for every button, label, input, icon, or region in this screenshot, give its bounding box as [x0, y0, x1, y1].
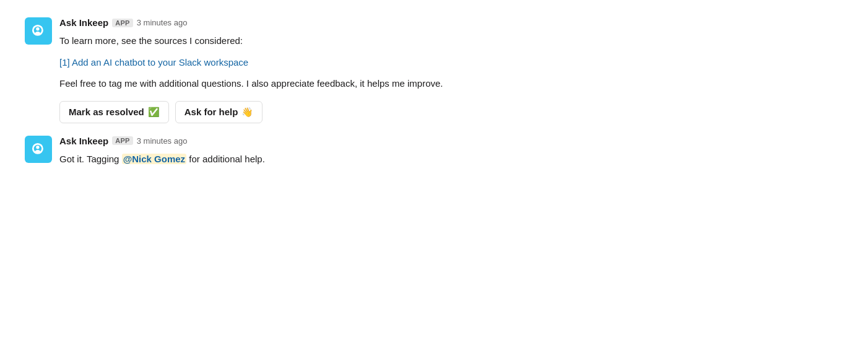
- checkmark-icon: ✅: [148, 107, 160, 118]
- avatar: [25, 17, 52, 45]
- action-buttons: Mark as resolved ✅ Ask for help 👋: [59, 101, 843, 123]
- mark-as-resolved-label: Mark as resolved: [69, 107, 144, 117]
- timestamp-2: 3 minutes ago: [137, 136, 188, 146]
- source-link[interactable]: [1] Add an AI chatbot to your Slack work…: [59, 57, 248, 68]
- sender-name: Ask Inkeep: [59, 17, 108, 28]
- sender-name-2: Ask Inkeep: [59, 136, 108, 146]
- message-item: Ask Inkeep APP 3 minutes ago To learn mo…: [12, 12, 856, 128]
- text-after-mention: for additional help.: [186, 154, 265, 164]
- message-followup-text: Feel free to tag me with additional ques…: [59, 77, 843, 91]
- app-badge-2: APP: [112, 136, 133, 145]
- ask-for-help-label: Ask for help: [184, 107, 238, 117]
- message-source: [1] Add an AI chatbot to your Slack work…: [59, 56, 843, 70]
- avatar-2: [25, 136, 52, 163]
- message-item-2: Ask Inkeep APP 3 minutes ago Got it. Tag…: [12, 131, 856, 174]
- text-before-mention: Got it. Tagging: [59, 154, 122, 164]
- message-body-2: Ask Inkeep APP 3 minutes ago Got it. Tag…: [59, 136, 843, 169]
- message-header-2: Ask Inkeep APP 3 minutes ago: [59, 136, 843, 146]
- ask-for-help-button[interactable]: Ask for help 👋: [175, 101, 263, 123]
- message-list: Ask Inkeep APP 3 minutes ago To learn mo…: [0, 12, 868, 173]
- svg-point-3: [36, 146, 39, 149]
- app-badge: APP: [112, 19, 133, 27]
- message-intro-text: To learn more, see the sources I conside…: [59, 34, 843, 48]
- mention-tag[interactable]: @Nick Gomez: [122, 154, 187, 164]
- message-tagging-text: Got it. Tagging @Nick Gomez for addition…: [59, 152, 843, 167]
- svg-point-1: [36, 27, 39, 30]
- timestamp: 3 minutes ago: [137, 18, 188, 27]
- message-header: Ask Inkeep APP 3 minutes ago: [59, 17, 843, 28]
- wave-icon: 👋: [241, 107, 253, 118]
- mark-as-resolved-button[interactable]: Mark as resolved ✅: [59, 101, 169, 123]
- message-body: Ask Inkeep APP 3 minutes ago To learn mo…: [59, 17, 843, 123]
